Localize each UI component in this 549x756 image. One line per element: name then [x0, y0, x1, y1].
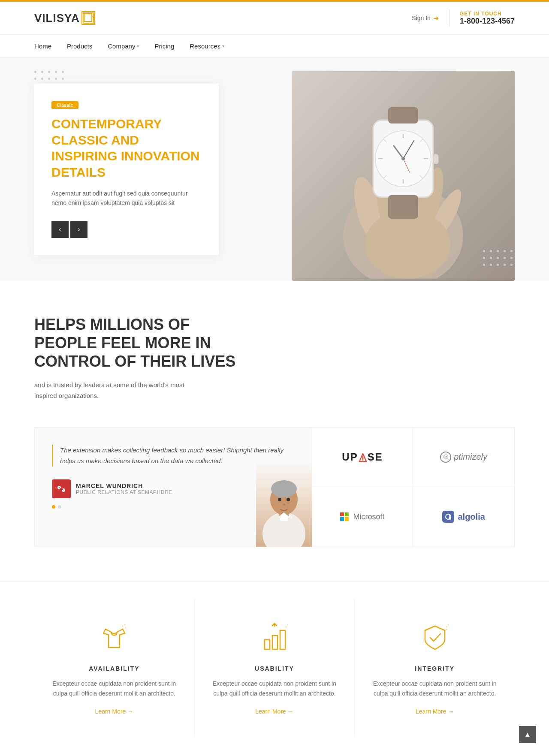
- social-proof-section: The extension makes collecting feedback …: [0, 427, 549, 581]
- hero-content-card: Classic CONTEMPORARY CLASSIC AND INSPIRI…: [34, 84, 219, 255]
- svg-rect-47: [272, 636, 278, 649]
- person-title: PUBLIC RELATIONS AT SEMAPHDRE: [76, 489, 172, 495]
- availability-learn-more-link[interactable]: Learn More →: [95, 708, 133, 715]
- nav-item-pricing[interactable]: Pricing: [154, 35, 174, 57]
- header-right: Sign In ➜ GET IN TOUCH 1-800-123-4567: [412, 9, 515, 27]
- svg-rect-48: [280, 630, 285, 649]
- integrity-learn-more-link[interactable]: Learn More →: [416, 708, 454, 715]
- svg-rect-25: [388, 195, 418, 219]
- logo-icon: [81, 11, 95, 25]
- upcase-brand-name: UP SE: [342, 451, 383, 463]
- hero-description: Aspernatur aut odit aut fugit sed quia c…: [51, 189, 202, 208]
- feature-availability: AVAILABILITY Excepteur occae cupidata no…: [34, 599, 195, 737]
- integrity-desc: Excepteur occae cupidata non proident su…: [372, 679, 498, 699]
- microsoft-grid-icon: [340, 512, 349, 521]
- logo-text: VILISYA: [34, 12, 80, 25]
- optimizely-circle-icon: ©: [440, 452, 451, 463]
- nav-item-home[interactable]: Home: [34, 35, 51, 57]
- contact-phone: 1-800-123-4567: [460, 17, 515, 26]
- chevron-right-icon: ›: [78, 226, 80, 233]
- svg-point-44: [125, 627, 127, 628]
- hero-next-button[interactable]: ›: [70, 221, 87, 238]
- tagline-title: HELPS MILLIONS OF PEOPLE FEEL MORE IN CO…: [34, 315, 249, 371]
- usability-desc: Excepteur occae cupidata non proident su…: [212, 679, 338, 699]
- hero-section: Classic CONTEMPORARY CLASSIC AND INSPIRI…: [0, 58, 549, 281]
- person-name: MARCEL WUNDRICH: [76, 482, 172, 489]
- usability-icon: [257, 620, 292, 655]
- testimonial-dot-1: [52, 505, 55, 509]
- availability-icon: [97, 620, 131, 655]
- sign-in-button[interactable]: Sign In ➜: [412, 14, 439, 22]
- usability-title: USABILITY: [212, 665, 338, 672]
- main-nav: Home Products Company ▾ Pricing Resource…: [0, 35, 549, 58]
- svg-point-51: [446, 626, 447, 627]
- svg-rect-24: [388, 107, 418, 123]
- svg-rect-46: [265, 640, 270, 649]
- svg-point-34: [271, 480, 297, 497]
- svg-rect-26: [433, 154, 438, 164]
- logo-algolia: algolia: [413, 487, 514, 547]
- logo: VILISYA: [34, 11, 95, 25]
- feature-integrity: INTEGRITY Excepteur occae cupidata non p…: [355, 599, 515, 737]
- chevron-down-icon: ▾: [137, 44, 139, 48]
- svg-point-52: [447, 624, 449, 625]
- svg-rect-0: [83, 13, 94, 24]
- svg-point-45: [124, 624, 126, 625]
- decorative-dots-br: [483, 250, 515, 268]
- contact-info: GET IN TOUCH 1-800-123-4567: [460, 11, 515, 26]
- optimizely-brand: © ptimizely: [440, 452, 487, 463]
- availability-desc: Excepteur occae cupidata non proident su…: [51, 679, 177, 699]
- svg-point-53: [446, 629, 447, 630]
- svg-point-23: [401, 157, 405, 160]
- chevron-up-icon: ▲: [524, 731, 531, 738]
- partner-logos-grid: UP SE © ptimizely: [312, 427, 515, 547]
- svg-point-37: [287, 498, 290, 501]
- microsoft-name: Microsoft: [353, 512, 384, 521]
- chevron-left-icon: ‹: [59, 226, 61, 233]
- algolia-name: algolia: [458, 512, 485, 522]
- features-section: AVAILABILITY Excepteur occae cupidata no…: [0, 581, 549, 756]
- nav-item-products[interactable]: Products: [67, 35, 92, 57]
- header: VILISYA Sign In ➜ GET IN TOUCH 1-800-123…: [0, 2, 549, 35]
- availability-title: AVAILABILITY: [51, 665, 177, 672]
- semaphore-logo: [52, 479, 71, 498]
- hero-navigation: ‹ ›: [51, 221, 202, 238]
- sign-in-label: Sign In: [412, 15, 431, 21]
- hero-badge: Classic: [51, 101, 78, 109]
- svg-point-43: [122, 625, 124, 626]
- testimonial-dot-2: [58, 505, 61, 509]
- svg-point-41: [449, 517, 451, 520]
- header-divider: [449, 9, 449, 27]
- algolia-icon: [442, 511, 454, 523]
- nav-item-company[interactable]: Company ▾: [108, 35, 139, 57]
- microsoft-brand: Microsoft: [340, 512, 384, 521]
- sign-in-arrow-icon: ➜: [433, 14, 439, 22]
- tagline-section: HELPS MILLIONS OF PEOPLE FEEL MORE IN CO…: [0, 281, 549, 427]
- nav-item-resources[interactable]: Resources ▾: [190, 35, 224, 57]
- hero-image: [292, 71, 515, 281]
- usability-learn-more-link[interactable]: Learn More →: [255, 708, 293, 715]
- svg-point-49: [286, 626, 287, 627]
- chevron-down-icon: ▾: [222, 44, 224, 48]
- svg-point-38: [283, 504, 285, 506]
- algolia-brand: algolia: [442, 511, 485, 523]
- contact-label: GET IN TOUCH: [460, 11, 515, 17]
- hero-prev-button[interactable]: ‹: [51, 221, 69, 238]
- hero-title: CONTEMPORARY CLASSIC AND INSPIRING INNOV…: [51, 116, 202, 180]
- svg-point-36: [278, 498, 281, 501]
- svg-point-50: [287, 624, 289, 625]
- testimonial-card: The extension makes collecting feedback …: [34, 427, 312, 547]
- svg-point-9: [365, 210, 450, 279]
- logo-upcase: UP SE: [312, 428, 413, 488]
- integrity-title: INTEGRITY: [372, 665, 498, 672]
- watch-illustration: [317, 73, 489, 279]
- testimonial-person-image: [256, 461, 312, 547]
- svg-rect-1: [84, 14, 90, 19]
- logo-microsoft: Microsoft: [312, 487, 413, 547]
- scroll-to-top-button[interactable]: ▲: [519, 726, 536, 743]
- optimizely-name: ptimizely: [454, 452, 487, 462]
- svg-line-2: [88, 13, 94, 18]
- person-info: MARCEL WUNDRICH PUBLIC RELATIONS AT SEMA…: [76, 482, 172, 495]
- tagline-description: and is trusted by leaders at some of the…: [34, 380, 197, 401]
- feature-usability: USABILITY Excepteur occae cupidata non p…: [195, 599, 355, 737]
